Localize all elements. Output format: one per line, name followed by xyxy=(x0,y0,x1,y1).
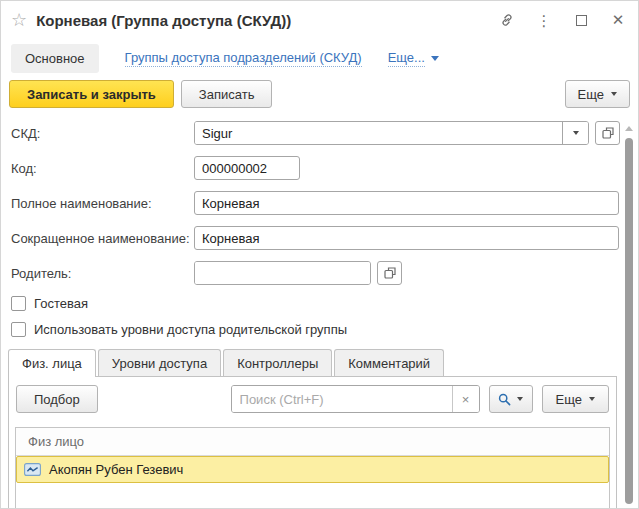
parent-combo xyxy=(194,261,371,285)
code-input[interactable] xyxy=(194,156,300,180)
save-button[interactable]: Записать xyxy=(181,80,273,108)
parent-input[interactable] xyxy=(195,262,371,284)
tab-persons[interactable]: Физ. лица xyxy=(8,349,96,377)
persons-tab-panel: Подбор × Еще Физ лицо xyxy=(8,376,617,508)
scrollbar-thumb[interactable] xyxy=(625,138,633,504)
empty-row xyxy=(16,483,609,508)
pick-button[interactable]: Подбор xyxy=(16,385,98,413)
full-name-input[interactable] xyxy=(194,191,619,215)
tab-comment[interactable]: Комментарий xyxy=(334,349,444,376)
field-row-short-name: Сокращенное наименование: xyxy=(11,226,638,250)
table-row[interactable]: Акопян Рубен Гезевич xyxy=(16,456,609,483)
favorite-star-icon[interactable]: ☆ xyxy=(11,9,27,31)
commandbar-more-button[interactable]: Еще xyxy=(565,80,630,108)
guest-checkbox-row[interactable]: Гостевая xyxy=(11,296,638,311)
vertical-scrollbar xyxy=(620,120,637,507)
search-button[interactable] xyxy=(489,385,533,413)
skd-label: СКД: xyxy=(11,126,194,141)
tab-controllers[interactable]: Контроллеры xyxy=(223,349,332,376)
guest-checkbox-label: Гостевая xyxy=(34,296,88,311)
search-icon xyxy=(498,393,511,406)
skd-open-picker-button[interactable] xyxy=(595,121,620,145)
persons-more-button[interactable]: Еще xyxy=(542,385,609,413)
parent-label: Родитель: xyxy=(11,266,194,281)
link-icon[interactable] xyxy=(499,12,515,28)
more-label: Еще xyxy=(578,87,604,102)
kebab-menu-icon[interactable]: ⋮ xyxy=(536,12,552,28)
more-label: Еще xyxy=(556,392,582,407)
window-title: Корневая (Группа доступа (СКУД)) xyxy=(36,12,291,29)
skd-input[interactable] xyxy=(195,122,562,144)
short-name-label: Сокращенное наименование: xyxy=(11,231,194,246)
window-controls: ⋮ ✕ xyxy=(499,12,626,28)
command-bar: Записать и закрыть Записать Еще xyxy=(1,77,638,117)
column-header-person[interactable]: Физ лицо xyxy=(16,428,609,456)
persons-toolbar: Подбор × Еще xyxy=(9,377,616,420)
full-name-label: Полное наименование: xyxy=(11,196,194,211)
chevron-down-icon xyxy=(431,56,439,61)
nav-more-menu[interactable]: Еще... xyxy=(388,50,439,67)
scroll-up-arrow-icon[interactable] xyxy=(625,126,633,131)
nav-more-label: Еще... xyxy=(388,50,425,67)
detail-tabs: Физ. лица Уровни доступа Контроллеры Ком… xyxy=(1,349,638,376)
chevron-down-icon xyxy=(517,397,523,401)
use-parent-levels-checkbox[interactable] xyxy=(11,322,26,337)
maximize-icon[interactable] xyxy=(573,12,589,28)
field-row-parent: Родитель: xyxy=(11,261,638,285)
tab-access-levels[interactable]: Уровни доступа xyxy=(98,349,221,376)
person-record-icon xyxy=(24,463,41,476)
skd-dropdown-button[interactable] xyxy=(562,122,588,144)
app-window: ☆ Корневая (Группа доступа (СКУД)) ⋮ ✕ О… xyxy=(0,0,639,509)
short-name-input[interactable] xyxy=(194,226,619,250)
clear-search-icon[interactable]: × xyxy=(452,386,479,412)
save-and-close-button[interactable]: Записать и закрыть xyxy=(9,80,174,108)
code-label: Код: xyxy=(11,161,194,176)
field-row-full-name: Полное наименование: xyxy=(11,191,638,215)
skd-combo xyxy=(194,121,589,145)
person-name: Акопян Рубен Гезевич xyxy=(49,462,183,477)
chevron-down-icon xyxy=(611,92,617,96)
guest-checkbox[interactable] xyxy=(11,296,26,311)
field-row-skd: СКД: xyxy=(11,121,638,145)
nav-link-department-access-groups[interactable]: Группы доступа подразделений (СКУД) xyxy=(125,50,362,67)
navigation-bar: Основное Группы доступа подразделений (С… xyxy=(1,39,638,77)
chevron-down-icon xyxy=(573,131,579,135)
close-icon[interactable]: ✕ xyxy=(610,12,626,28)
field-row-code: Код: xyxy=(11,156,638,180)
form-fields: СКД: Код: Полное наименование: Сокращенн… xyxy=(1,117,638,348)
titlebar: ☆ Корневая (Группа доступа (СКУД)) ⋮ ✕ xyxy=(1,1,638,39)
parent-open-picker-button[interactable] xyxy=(377,261,402,285)
use-parent-levels-checkbox-label: Использовать уровни доступа родительской… xyxy=(34,322,347,337)
chevron-down-icon xyxy=(589,397,595,401)
use-parent-levels-checkbox-row[interactable]: Использовать уровни доступа родительской… xyxy=(11,322,638,337)
search-field-group: × xyxy=(231,385,480,413)
search-input[interactable] xyxy=(232,386,452,412)
persons-table: Физ лицо Акопян Рубен Гезевич xyxy=(15,427,610,508)
nav-item-main[interactable]: Основное xyxy=(11,44,99,73)
